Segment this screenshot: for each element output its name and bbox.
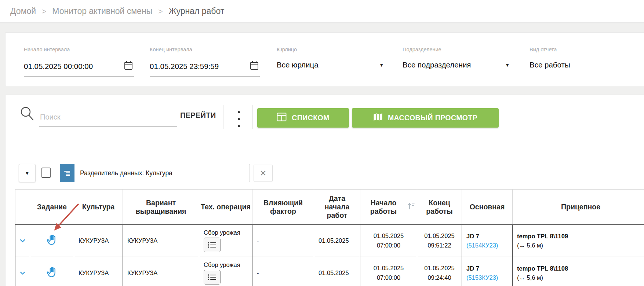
header-trailer[interactable]: Прицепное (513, 190, 644, 225)
close-icon[interactable]: ✕ (254, 165, 273, 182)
toolbar-divider (223, 105, 223, 129)
list-view-button-label: СПИСКОМ (292, 114, 329, 122)
mass-view-button[interactable]: МАССОВЫЙ ПРОСМОТР (352, 108, 499, 128)
header-work-start[interactable]: Начало работы (360, 190, 417, 225)
breadcrumb-active-shift-monitor[interactable]: Монитор активной смены (52, 6, 152, 16)
work-end-cell: 01.05.2025 09:51:22 (417, 225, 462, 257)
interval-start-label: Начало интервала (24, 47, 134, 52)
sort-ascending-icon[interactable] (407, 202, 415, 212)
main-unit-plate-link[interactable]: (5154КУ23) (466, 241, 508, 250)
variant-cell: КУКУРУЗА (123, 225, 199, 257)
operation-label: Сбор урожая (204, 229, 248, 236)
calendar-icon[interactable] (250, 60, 259, 72)
start-date-cell: 01.05.2025 (314, 225, 360, 257)
work-end-date: 01.05.2025 (422, 264, 457, 273)
mass-view-button-label: МАССОВЫЙ ПРОСМОТР (388, 114, 477, 122)
search-input[interactable] (39, 107, 177, 127)
work-end-time: 09:24:40 (422, 273, 457, 283)
breadcrumb-separator-icon: > (42, 7, 46, 16)
report-type-select[interactable]: Вид отчета Все работы (530, 47, 644, 74)
factor-cell: - (252, 257, 314, 286)
calendar-icon[interactable] (124, 60, 133, 72)
group-indent-icon-button[interactable] (60, 164, 74, 182)
main-unit-name: JD 7 (466, 232, 508, 241)
table-row: КУКУРУЗА КУКУРУЗА Сбор урожая - 01.05.20… (15, 257, 644, 286)
filters-panel: Начало интервала Конец интервала Юрлицо … (5, 32, 644, 86)
work-log-table: Задание Культура Вариант выращивания Тех… (15, 189, 644, 286)
group-expander-button[interactable]: ▼ (19, 164, 36, 182)
toolbar-divider (252, 105, 253, 129)
division-label: Подразделение (403, 47, 513, 52)
header-task: Задание (30, 190, 74, 225)
trailer-name: tempo TPL 8\1108 (517, 264, 644, 273)
header-main-unit[interactable]: Основная (462, 190, 513, 225)
interval-start-field: Начало интервала (24, 47, 134, 77)
work-start-cell: 01.05.2025 07:00:00 (360, 257, 417, 286)
operation-details-button[interactable] (204, 238, 221, 252)
work-end-cell: 01.05.2025 09:24:40 (417, 257, 462, 286)
trailer-width: (↔ 5,6 м) (517, 241, 644, 250)
work-start-date: 01.05.2025 (365, 231, 412, 241)
select-all-checkbox[interactable] (41, 168, 51, 178)
work-end-date: 01.05.2025 (422, 231, 457, 241)
legal-entity-select[interactable]: Юрлицо Все юрлица ▼ (277, 47, 387, 74)
interval-end-input[interactable] (150, 62, 238, 71)
header-variant[interactable]: Вариант выращивания (123, 190, 199, 225)
table-row: КУКУРУЗА КУКУРУЗА Сбор урожая - 01.05.20… (15, 225, 644, 257)
start-date-cell: 01.05.2025 (314, 257, 360, 286)
header-factor[interactable]: Влияющий фактор (252, 190, 314, 225)
header-operation[interactable]: Тех. операция (199, 190, 252, 225)
manual-task-hand-icon[interactable] (46, 266, 58, 280)
width-arrow-icon: ↔ (519, 242, 525, 249)
variant-cell: КУКУРУЗА (123, 257, 199, 286)
operation-label: Сбор урожая (204, 261, 248, 268)
factor-cell: - (252, 225, 314, 257)
data-separator-control: Разделитель данных: Культура (60, 164, 250, 182)
main-unit-cell: JD 7 (5154КУ23) (462, 225, 513, 257)
culture-cell: КУКУРУЗА (74, 257, 123, 286)
legal-entity-label: Юрлицо (277, 47, 387, 52)
operation-details-button[interactable] (204, 270, 221, 285)
work-start-cell: 01.05.2025 07:00:00 (360, 225, 417, 257)
table-grid-icon (277, 113, 287, 124)
table-header-row: Задание Культура Вариант выращивания Тех… (15, 190, 644, 225)
chevron-down-icon: ▼ (505, 62, 510, 68)
division-select[interactable]: Подразделение Все подразделения ▼ (403, 47, 513, 74)
header-work-start-label: Начало работы (362, 199, 405, 216)
interval-start-input[interactable] (24, 62, 112, 71)
work-end-time: 09:51:22 (422, 241, 457, 250)
legal-entity-value: Все юрлица (277, 60, 365, 69)
list-view-button[interactable]: СПИСКОМ (257, 108, 349, 128)
row-expand-chevron-icon[interactable] (20, 238, 25, 244)
culture-cell: КУКУРУЗА (74, 225, 123, 257)
work-start-date: 01.05.2025 (365, 264, 412, 273)
main-unit-name: JD 7 (466, 264, 508, 273)
header-expander (15, 190, 30, 225)
report-type-value: Все работы (530, 60, 618, 69)
operation-cell: Сбор урожая (199, 225, 252, 257)
map-icon (373, 113, 383, 123)
trailer-name: tempo TPL 8\1109 (517, 232, 644, 241)
go-button[interactable]: ПЕРЕЙТИ (177, 110, 219, 121)
row-expand-chevron-icon[interactable] (20, 271, 25, 276)
report-type-label: Вид отчета (530, 47, 644, 52)
more-options-button[interactable] (234, 111, 243, 127)
trailer-cell: tempo TPL 8\1108 (↔ 5,6 м) (513, 257, 644, 286)
work-log-panel: ПЕРЕЙТИ СПИСКОМ МАССОВЫЙ ПРОСМОТР ▼ Разд… (5, 95, 644, 286)
interval-end-label: Конец интервала (150, 47, 260, 52)
breadcrumb-home[interactable]: Домой (10, 6, 36, 16)
main-unit-cell: JD 7 (5153КУ23) (462, 257, 513, 286)
bullet-list-icon (207, 241, 217, 249)
division-value: Все подразделения (403, 60, 491, 69)
header-work-end[interactable]: Конец работы (417, 190, 462, 225)
indent-list-icon (63, 169, 71, 177)
chevron-down-icon: ▼ (379, 62, 384, 68)
header-start-date[interactable]: Дата начала работ (314, 190, 360, 225)
data-separator-field[interactable]: Разделитель данных: Культура (74, 164, 250, 182)
breadcrumb-separator-icon: > (158, 7, 163, 16)
bullet-list-icon (207, 273, 217, 281)
header-culture[interactable]: Культура (74, 190, 123, 225)
main-unit-plate-link[interactable]: (5153КУ23) (466, 273, 508, 282)
breadcrumb-work-log: Журнал работ (168, 6, 224, 16)
manual-task-hand-icon[interactable] (46, 234, 58, 248)
